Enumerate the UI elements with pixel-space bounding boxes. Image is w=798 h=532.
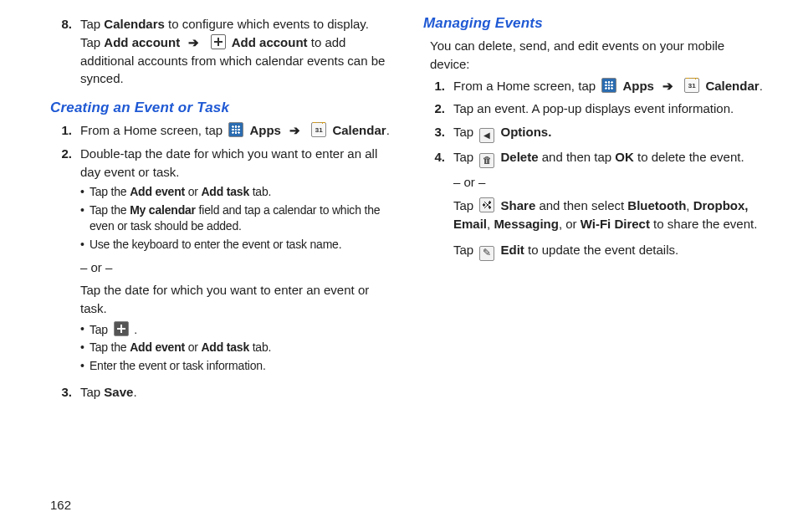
bullet: • Tap the Add event or Add task tab. — [80, 184, 390, 201]
text: to update the event details. — [524, 243, 678, 257]
num: 3. — [423, 123, 445, 143]
apps-icon — [601, 78, 616, 93]
step-8-num: 8. — [50, 15, 72, 88]
text: Tap — [453, 243, 477, 257]
manage-step-2: 2. Tap an event. A pop-up displays event… — [423, 100, 763, 118]
manage-step-3: 3. Tap Options. — [423, 123, 763, 143]
bullet: • Tap the Add event or Add task tab. — [80, 340, 390, 356]
create-step-1: 1. From a Home screen, tap Apps ➔ Calend… — [50, 121, 390, 140]
step-8: 8. Tap Calendars to configure which even… — [50, 15, 390, 88]
bold-apps: Apps — [249, 123, 281, 137]
text: Tap — [453, 150, 477, 164]
edit-icon — [479, 246, 494, 261]
plus-dark-icon — [114, 321, 129, 336]
bullet: • Tap the My calendar field and tap a ca… — [80, 202, 390, 235]
text: Double-tap the date for which you want t… — [80, 146, 377, 179]
calendar-icon — [684, 78, 699, 93]
text: From a Home screen, tap — [453, 79, 599, 93]
text: . — [760, 79, 763, 93]
num: 1. — [423, 77, 445, 95]
or-divider: – or – — [80, 258, 390, 277]
text: to delete the event. — [634, 150, 744, 164]
bullet-text: Tap the My calendar field and tap a cale… — [90, 202, 390, 235]
bullet-text: Use the keyboard to enter the event or t… — [90, 237, 342, 253]
create-step-2: 2. Double-tap the date for which you wan… — [50, 145, 390, 378]
bold-save: Save — [104, 385, 133, 399]
body: Double-tap the date for which you want t… — [80, 145, 390, 378]
text: From a Home screen, tap — [80, 123, 226, 137]
bullet: • Use the keyboard to enter the event or… — [80, 237, 390, 253]
num: 2. — [423, 100, 445, 118]
heading-managing: Managing Events — [423, 15, 763, 32]
back-icon — [479, 128, 494, 143]
bullet: • Tap . — [80, 321, 390, 339]
text: Tap — [80, 35, 104, 49]
body: From a Home screen, tap Apps ➔ Calendar. — [453, 77, 763, 95]
text: Tap an event. A pop-up displays event in… — [453, 100, 763, 118]
text: Tap — [453, 125, 477, 139]
calendar-icon — [311, 122, 326, 137]
bullet-text: Tap . — [90, 321, 137, 339]
num: 1. — [50, 121, 72, 140]
apps-icon — [228, 122, 243, 137]
step-8-body: Tap Calendars to configure which events … — [80, 15, 390, 88]
page-root: 8. Tap Calendars to configure which even… — [0, 0, 798, 532]
bold-ok: OK — [615, 150, 634, 164]
bold-apps: Apps — [622, 79, 654, 93]
bold-calendars: Calendars — [104, 17, 165, 31]
plus-icon — [211, 34, 226, 49]
arrow-icon: ➔ — [662, 79, 673, 93]
bullet-text: Tap the Add event or Add task tab. — [90, 340, 271, 356]
arrow-icon: ➔ — [188, 35, 199, 49]
trash-icon — [479, 153, 494, 168]
bold-options: Options. — [501, 125, 552, 139]
manage-step-4: 4. Tap Delete and then tap OK to delete … — [423, 148, 763, 261]
or-divider: – or – — [453, 173, 763, 192]
manage-step-1: 1. From a Home screen, tap Apps ➔ Calend… — [423, 77, 763, 95]
text: Tap — [80, 385, 104, 399]
body: From a Home screen, tap Apps ➔ Calendar. — [80, 121, 390, 140]
text: Tap the date for which you want to enter… — [80, 281, 390, 318]
text: . — [386, 123, 390, 137]
bold-delete: Delete — [501, 150, 539, 164]
bold-edit: Edit — [501, 243, 524, 257]
bold-add-account: Add account — [104, 35, 180, 49]
body: Tap Delete and then tap OK to delete the… — [453, 148, 763, 261]
column-left: 8. Tap Calendars to configure which even… — [50, 15, 390, 532]
body: Tap Options. — [453, 123, 763, 143]
text: Tap — [80, 17, 104, 31]
heading-creating: Creating an Event or Task — [50, 100, 390, 116]
bold-share: Share — [501, 198, 536, 212]
bold-calendar: Calendar — [705, 79, 759, 93]
share-icon — [479, 197, 494, 212]
num: 3. — [50, 383, 72, 402]
create-step-3: 3. Tap Save. — [50, 383, 390, 402]
text: and then select — [535, 198, 627, 212]
bold-calendar: Calendar — [332, 123, 386, 137]
intro-text: You can delete, send, and edit events on… — [430, 37, 763, 74]
text: and then tap — [539, 150, 616, 164]
column-right: Managing Events You can delete, send, an… — [423, 15, 763, 532]
bullet-text: Enter the event or task information. — [90, 358, 266, 375]
num: 4. — [423, 148, 445, 261]
num: 2. — [50, 145, 72, 378]
page-number: 162 — [50, 498, 71, 512]
bullet-text: Tap the Add event or Add task tab. — [90, 184, 271, 201]
arrow-icon: ➔ — [289, 123, 300, 137]
bold-add-account-2: Add account — [232, 35, 308, 49]
text: to configure which events to display. — [165, 17, 369, 31]
text: . — [133, 385, 136, 399]
body: Tap Save. — [80, 383, 390, 402]
text: Tap — [453, 198, 477, 212]
bullet: • Enter the event or task information. — [80, 358, 390, 375]
